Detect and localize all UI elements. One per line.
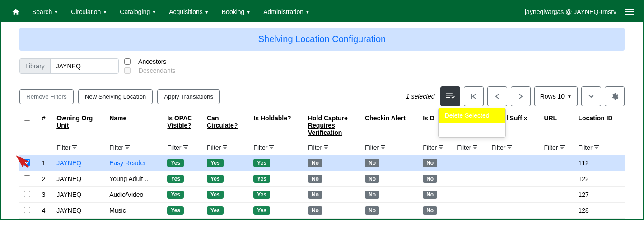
row-name: Audio/Video	[105, 187, 163, 203]
circulate-header[interactable]: CanCirculate?	[202, 111, 249, 140]
row-name: Easy Reader	[105, 155, 163, 171]
table-row[interactable]: 3JAYNEQAudio/VideoYesYesYesNoNoNo127	[19, 187, 625, 203]
row-number: 2	[37, 171, 52, 187]
nav-acquisitions[interactable]: Acquisitions ▼	[163, 1, 215, 22]
filter-circ[interactable]: Filter	[207, 144, 227, 151]
row-checkbox[interactable]	[24, 175, 30, 181]
svg-rect-22	[325, 147, 328, 148]
table-row[interactable]: 2JAYNEQYoung Adult ...YesYesYesNoNoNo122	[19, 171, 625, 187]
svg-rect-10	[126, 147, 129, 148]
number-header: #	[37, 111, 52, 140]
nav-items: Search ▼Circulation ▼Cataloging ▼Acquisi…	[26, 1, 316, 22]
table-row[interactable]: 1JAYNEQEasy ReaderYesYesYesNoNoNo112	[19, 155, 625, 171]
svg-rect-35	[509, 148, 510, 149]
svg-rect-9	[125, 145, 130, 146]
svg-rect-1	[625, 11, 634, 12]
row-locid: 122	[574, 171, 625, 187]
settings-button[interactable]	[605, 86, 625, 106]
home-icon[interactable]	[6, 8, 26, 16]
nav-circulation[interactable]: Circulation ▼	[65, 1, 113, 22]
filter-locid[interactable]: Filter	[578, 144, 598, 151]
ancestors-checkbox[interactable]: + Ancestors	[124, 58, 176, 65]
row-org: JAYNEQ	[52, 203, 105, 219]
library-selector[interactable]: Library JAYNEQ	[19, 58, 119, 74]
nav-booking[interactable]: Booking ▼	[215, 1, 257, 22]
svg-rect-23	[325, 148, 327, 149]
filter-url[interactable]: Filter	[544, 144, 564, 151]
filter-isd[interactable]: Filter	[423, 144, 443, 151]
svg-rect-29	[440, 148, 442, 149]
svg-rect-27	[439, 145, 443, 146]
filter-capture[interactable]: Filter	[308, 144, 328, 151]
svg-rect-34	[508, 147, 511, 148]
first-page-button[interactable]	[464, 86, 484, 106]
filter-name[interactable]: Filter	[109, 144, 130, 151]
name-header[interactable]: Name	[105, 111, 163, 140]
expand-button[interactable]	[581, 86, 601, 106]
row-org: JAYNEQ	[52, 187, 105, 203]
filter-hold[interactable]: Filter	[253, 144, 274, 151]
select-all-checkbox[interactable]	[24, 114, 30, 121]
row-checkbox[interactable]	[24, 191, 30, 197]
row-org: JAYNEQ	[52, 171, 105, 187]
svg-rect-15	[223, 145, 227, 146]
row-locid: 112	[574, 155, 625, 171]
capture-header[interactable]: Hold CaptureRequiresVerification	[303, 111, 360, 140]
svg-rect-19	[270, 147, 273, 148]
row-name: Young Adult ...	[105, 171, 163, 187]
filter-labelsuffix[interactable]: Filter	[491, 144, 512, 151]
rows-per-page-button[interactable]: Rows 10▼	[534, 86, 578, 106]
svg-rect-24	[381, 145, 385, 146]
svg-rect-28	[439, 147, 443, 148]
nav-search[interactable]: Search ▼	[26, 1, 65, 22]
row-checkbox[interactable]	[24, 207, 30, 213]
locations-table: # Owning OrgUnit Name Is OPACVisible? Ca…	[19, 111, 625, 219]
svg-rect-36	[560, 145, 565, 146]
top-navbar: Search ▼Circulation ▼Cataloging ▼Acquisi…	[1, 1, 643, 22]
user-label[interactable]: jayneqlvargas @ JAYNEQ-trnsrv	[520, 8, 621, 15]
svg-rect-16	[224, 147, 227, 148]
apply-translations-button[interactable]: Apply Translations	[157, 89, 220, 104]
holdable-header[interactable]: Is Holdable?	[249, 111, 303, 140]
row-org: JAYNEQ	[52, 155, 105, 171]
prev-page-button[interactable]	[487, 86, 507, 106]
row-name: Music	[105, 203, 163, 219]
filter-x1[interactable]: Filter	[457, 144, 477, 151]
svg-rect-4	[446, 95, 452, 96]
filter-checkin[interactable]: Filter	[365, 144, 385, 151]
selected-count: 1 selected	[406, 93, 435, 100]
checkin-header[interactable]: Checkin Alert	[360, 111, 418, 140]
delete-selected-item[interactable]: Delete Selected	[439, 108, 505, 123]
owning-org-header[interactable]: Owning OrgUnit	[52, 111, 105, 140]
row-number: 3	[37, 187, 52, 203]
nav-administration[interactable]: Administration ▼	[257, 1, 316, 22]
svg-rect-17	[224, 148, 226, 149]
edit-selected-item[interactable]: Edit Selected	[439, 123, 505, 137]
svg-rect-18	[269, 145, 274, 146]
next-page-button[interactable]	[511, 86, 531, 106]
actions-dropdown: Delete Selected Edit Selected	[438, 108, 506, 138]
descendants-checkbox: + Descendants	[124, 67, 176, 74]
svg-rect-11	[126, 148, 128, 149]
svg-rect-30	[473, 145, 477, 146]
actions-menu-button[interactable]: Delete Selected Edit Selected	[440, 86, 460, 106]
filter-opac[interactable]: Filter	[167, 144, 187, 151]
svg-rect-8	[74, 148, 75, 149]
svg-rect-38	[561, 148, 563, 149]
url-header[interactable]: URL	[539, 111, 574, 140]
header-row: # Owning OrgUnit Name Is OPACVisible? Ca…	[19, 111, 625, 140]
row-number: 4	[37, 203, 52, 219]
menu-icon[interactable]	[621, 9, 638, 15]
locid-header[interactable]: Location ID	[574, 111, 625, 140]
svg-rect-13	[184, 147, 187, 148]
filter-owning[interactable]: Filter	[56, 144, 77, 151]
remove-filters-button[interactable]: Remove Filters	[19, 89, 74, 104]
opac-header[interactable]: Is OPACVisible?	[163, 111, 202, 140]
svg-rect-0	[625, 9, 634, 10]
table-row[interactable]: 4JAYNEQMusicYesYesYesNoNoNo128	[19, 203, 625, 219]
svg-rect-25	[382, 147, 385, 148]
svg-rect-7	[73, 147, 76, 148]
nav-cataloging[interactable]: Cataloging ▼	[113, 1, 163, 22]
new-shelving-location-button[interactable]: New Shelving Location	[78, 89, 153, 104]
svg-rect-39	[594, 145, 599, 146]
